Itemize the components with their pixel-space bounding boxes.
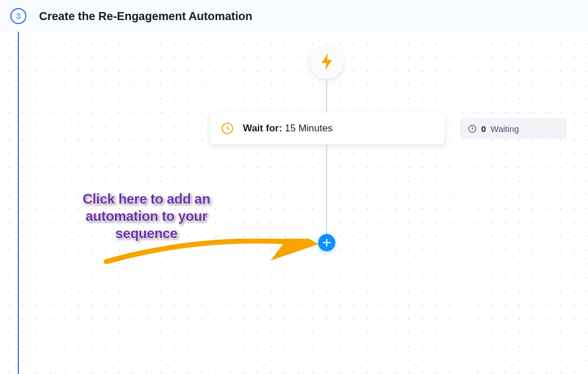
add-step-button[interactable] <box>318 234 335 251</box>
wait-prefix: Wait for: <box>243 123 282 134</box>
clock-icon <box>468 124 477 133</box>
step-header: 3 Create the Re-Engagement Automation <box>0 0 588 32</box>
connector-line <box>326 79 327 112</box>
instruction-annotation: Click here to add an automation to your … <box>57 190 235 241</box>
wait-step-node[interactable]: Wait for: 15 Minutes <box>210 112 445 145</box>
clock-icon <box>221 122 234 135</box>
wait-text: Wait for: 15 Minutes <box>243 123 332 134</box>
waiting-count: 0 <box>481 124 486 134</box>
waiting-label: Waiting <box>490 124 519 134</box>
waiting-status-pill[interactable]: 0 Waiting <box>460 118 567 139</box>
bolt-icon <box>320 53 333 71</box>
step-wizard-line <box>18 30 19 374</box>
automation-canvas[interactable]: Wait for: 15 Minutes 0 Waiting Click her… <box>0 32 588 374</box>
connector-line <box>326 145 327 235</box>
step-number: 3 <box>16 11 21 21</box>
trigger-node[interactable] <box>310 45 344 79</box>
plus-icon <box>323 239 331 247</box>
wait-value: 15 Minutes <box>285 123 332 134</box>
step-number-badge: 3 <box>10 8 26 24</box>
step-title: Create the Re-Engagement Automation <box>39 10 253 23</box>
arrow-annotation <box>100 239 330 273</box>
canvas-content: Wait for: 15 Minutes 0 Waiting Click her… <box>0 32 588 374</box>
